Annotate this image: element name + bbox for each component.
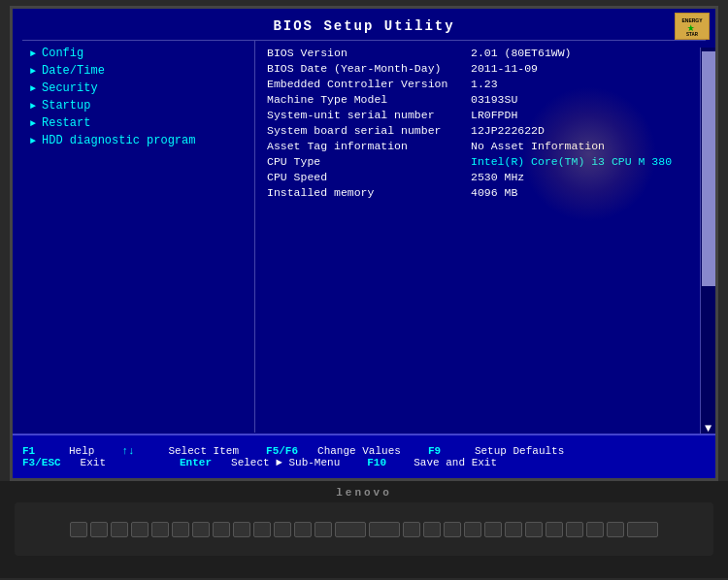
key[interactable]	[546, 522, 563, 537]
select-label: Select ► Sub-Menu	[231, 457, 340, 468]
info-row-bios-version: BIOS Version 2.01 (80ET61WW)	[267, 45, 694, 60]
key[interactable]	[172, 522, 189, 537]
menu-item-startup[interactable]: ► Startup	[30, 97, 247, 114]
f9-key: F9	[428, 445, 455, 457]
f1-label: Help	[69, 445, 94, 457]
key[interactable]	[423, 522, 441, 537]
info-row-cpu-type: CPU Type Intel(R) Core(TM) i3 CPU M 380	[267, 153, 694, 169]
info-label-asset-tag: Asset Tag information	[267, 140, 471, 152]
info-label-machine-type: Machine Type Model	[267, 93, 471, 106]
info-value-cpu-speed: 2530 MHz	[471, 171, 524, 183]
info-value-machine-type: 03193SU	[471, 93, 517, 106]
arrow-icon-config: ►	[30, 48, 36, 59]
select-item-label: Select Item	[168, 445, 239, 457]
key[interactable]	[70, 522, 87, 537]
key[interactable]	[484, 522, 502, 537]
key[interactable]	[586, 522, 604, 537]
info-label-cpu-type: CPU Type	[267, 155, 471, 168]
key[interactable]	[464, 522, 481, 537]
key[interactable]	[607, 522, 624, 537]
key[interactable]	[274, 522, 291, 537]
scroll-thumb	[702, 51, 715, 286]
key-backspace[interactable]	[335, 522, 366, 537]
f10-key: F10	[367, 457, 394, 468]
menu-item-security[interactable]: ► Security	[30, 80, 247, 97]
arrow-icon-datetime: ►	[30, 66, 36, 77]
arrow-icon-startup: ►	[30, 101, 36, 112]
key[interactable]	[111, 522, 128, 537]
scrollbar[interactable]: ▼	[700, 48, 715, 439]
setup-defaults-label: Setup Defaults	[475, 445, 564, 457]
key[interactable]	[233, 522, 250, 537]
energy-star-badge: ENERGY STAR	[675, 13, 710, 40]
f5f6-key: F5/F6	[266, 445, 298, 457]
function-row-2: F3/ESC Exit Enter Select ► Sub-Menu F10 …	[22, 457, 706, 468]
info-value-bios-version: 2.01 (80ET61WW)	[471, 47, 572, 59]
info-row-board-serial: System board serial number 12JP222622D	[267, 122, 694, 138]
menu-item-hdd[interactable]: ► HDD diagnostic program	[30, 132, 247, 149]
svg-text:STAR: STAR	[686, 32, 699, 37]
key[interactable]	[403, 522, 420, 537]
menu-item-restart[interactable]: ► Restart	[30, 114, 247, 132]
key[interactable]	[505, 522, 522, 537]
info-row-machine-type: Machine Type Model 03193SU	[267, 91, 694, 107]
key[interactable]	[253, 522, 271, 537]
key[interactable]	[525, 522, 543, 537]
key[interactable]	[151, 522, 169, 537]
right-info-panel: BIOS Version 2.01 (80ET61WW) BIOS Date (…	[255, 41, 706, 433]
info-row-cpu-speed: CPU Speed 2530 MHz	[267, 169, 694, 184]
info-row-asset-tag: Asset Tag information No Asset Informati…	[267, 138, 694, 153]
info-value-board-serial: 12JP222622D	[471, 124, 545, 137]
info-label-bios-version: BIOS Version	[267, 47, 471, 59]
info-row-ec-version: Embedded Controller Version 1.23	[267, 76, 694, 91]
info-value-cpu-type: Intel(R) Core(TM) i3 CPU M 380	[471, 155, 672, 168]
function-row-1: F1 Help ↑↓ Select Item F5/F6 Change Valu…	[22, 445, 706, 457]
info-row-system-serial: System-unit serial number LR0FPDH	[267, 107, 694, 122]
arrow-icon-restart: ►	[30, 118, 36, 129]
menu-item-datetime[interactable]: ► Date/Time	[30, 62, 247, 80]
info-row-memory: Installed memory 4096 MB	[267, 184, 694, 200]
key-enter[interactable]	[627, 522, 658, 537]
info-value-system-serial: LR0FPDH	[471, 109, 517, 121]
arrow-icon-security: ►	[30, 83, 36, 94]
menu-item-config[interactable]: ► Config	[30, 45, 247, 62]
key[interactable]	[566, 522, 583, 537]
info-label-bios-date: BIOS Date (Year-Month-Day)	[267, 62, 471, 75]
info-value-asset-tag: No Asset Information	[471, 140, 605, 152]
info-label-memory: Installed memory	[267, 186, 471, 199]
enter-key: Enter	[180, 457, 212, 468]
svg-text:ENERGY: ENERGY	[681, 17, 703, 23]
info-label-ec-version: Embedded Controller Version	[267, 78, 471, 90]
info-value-ec-version: 1.23	[471, 78, 498, 90]
info-label-board-serial: System board serial number	[267, 124, 471, 137]
save-exit-label: Save and Exit	[414, 457, 497, 468]
keyboard-keys	[15, 502, 713, 556]
arrow-keys: ↑↓	[121, 445, 149, 457]
exit-label: Exit	[81, 457, 106, 468]
function-bar: F1 Help ↑↓ Select Item F5/F6 Change Valu…	[13, 434, 715, 478]
info-value-memory: 4096 MB	[471, 186, 517, 199]
key[interactable]	[90, 522, 108, 537]
key[interactable]	[444, 522, 461, 537]
lenovo-logo: lenovo	[336, 487, 392, 499]
bios-main-content: ► Config ► Date/Time ► Security ► Startu…	[13, 41, 715, 433]
key[interactable]	[192, 522, 210, 537]
bios-title: BIOS Setup Utility	[13, 9, 715, 40]
key[interactable]	[294, 522, 312, 537]
f3esc-key: F3/ESC	[22, 457, 61, 468]
key[interactable]	[213, 522, 230, 537]
laptop-outer: ENERGY STAR BIOS Setup Utility ► Config …	[0, 0, 728, 580]
key-tab[interactable]	[369, 522, 400, 537]
arrow-icon-hdd: ►	[30, 136, 36, 146]
keyboard-area: lenovo	[0, 481, 728, 578]
screen-area: ENERGY STAR BIOS Setup Utility ► Config …	[10, 6, 718, 481]
change-values-label: Change Values	[317, 445, 401, 457]
info-value-bios-date: 2011-11-09	[471, 62, 538, 75]
info-label-system-serial: System-unit serial number	[267, 109, 471, 121]
info-row-bios-date: BIOS Date (Year-Month-Day) 2011-11-09	[267, 60, 694, 76]
f1-key: F1	[22, 445, 50, 457]
key[interactable]	[131, 522, 149, 537]
key[interactable]	[314, 522, 332, 537]
left-menu: ► Config ► Date/Time ► Security ► Startu…	[22, 41, 255, 433]
info-label-cpu-speed: CPU Speed	[267, 171, 471, 183]
